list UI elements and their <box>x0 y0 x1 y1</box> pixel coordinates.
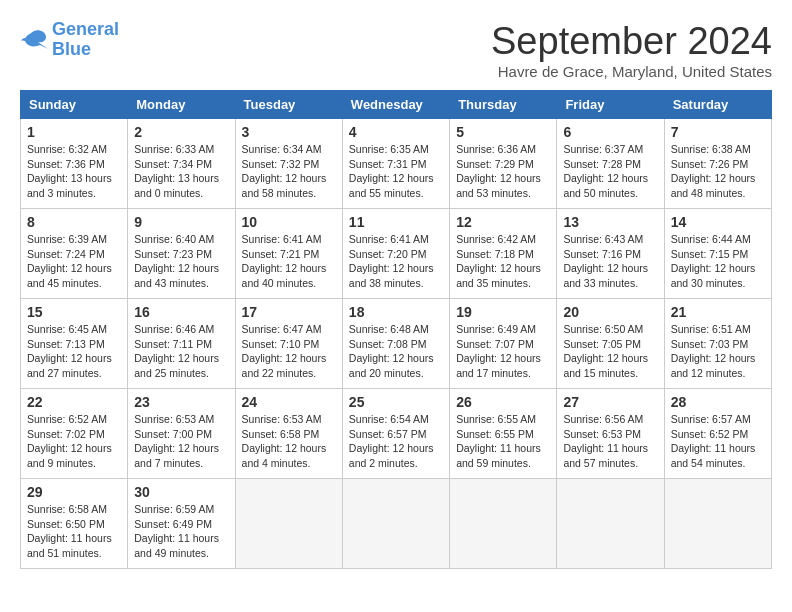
day-info: Sunrise: 6:50 AMSunset: 7:05 PMDaylight:… <box>563 322 657 381</box>
day-number: 8 <box>27 214 121 230</box>
table-row: 17Sunrise: 6:47 AMSunset: 7:10 PMDayligh… <box>235 299 342 389</box>
table-row: 18Sunrise: 6:48 AMSunset: 7:08 PMDayligh… <box>342 299 449 389</box>
day-info: Sunrise: 6:44 AMSunset: 7:15 PMDaylight:… <box>671 232 765 291</box>
day-info: Sunrise: 6:38 AMSunset: 7:26 PMDaylight:… <box>671 142 765 201</box>
day-number: 9 <box>134 214 228 230</box>
day-info: Sunrise: 6:55 AMSunset: 6:55 PMDaylight:… <box>456 412 550 471</box>
table-row: 1Sunrise: 6:32 AMSunset: 7:36 PMDaylight… <box>21 119 128 209</box>
day-number: 17 <box>242 304 336 320</box>
logo: General Blue <box>20 20 119 60</box>
day-info: Sunrise: 6:41 AMSunset: 7:21 PMDaylight:… <box>242 232 336 291</box>
day-number: 15 <box>27 304 121 320</box>
table-row: 13Sunrise: 6:43 AMSunset: 7:16 PMDayligh… <box>557 209 664 299</box>
table-row: 20Sunrise: 6:50 AMSunset: 7:05 PMDayligh… <box>557 299 664 389</box>
table-row: 15Sunrise: 6:45 AMSunset: 7:13 PMDayligh… <box>21 299 128 389</box>
table-row: 2Sunrise: 6:33 AMSunset: 7:34 PMDaylight… <box>128 119 235 209</box>
month-title: September 2024 <box>491 20 772 63</box>
logo-icon <box>20 29 48 51</box>
header-monday: Monday <box>128 91 235 119</box>
table-row: 4Sunrise: 6:35 AMSunset: 7:31 PMDaylight… <box>342 119 449 209</box>
header-tuesday: Tuesday <box>235 91 342 119</box>
table-row: 27Sunrise: 6:56 AMSunset: 6:53 PMDayligh… <box>557 389 664 479</box>
day-number: 13 <box>563 214 657 230</box>
calendar-week-3: 15Sunrise: 6:45 AMSunset: 7:13 PMDayligh… <box>21 299 772 389</box>
day-info: Sunrise: 6:49 AMSunset: 7:07 PMDaylight:… <box>456 322 550 381</box>
table-row: 16Sunrise: 6:46 AMSunset: 7:11 PMDayligh… <box>128 299 235 389</box>
day-info: Sunrise: 6:47 AMSunset: 7:10 PMDaylight:… <box>242 322 336 381</box>
day-info: Sunrise: 6:54 AMSunset: 6:57 PMDaylight:… <box>349 412 443 471</box>
day-number: 23 <box>134 394 228 410</box>
header-wednesday: Wednesday <box>342 91 449 119</box>
day-info: Sunrise: 6:48 AMSunset: 7:08 PMDaylight:… <box>349 322 443 381</box>
day-number: 7 <box>671 124 765 140</box>
day-info: Sunrise: 6:42 AMSunset: 7:18 PMDaylight:… <box>456 232 550 291</box>
table-row: 8Sunrise: 6:39 AMSunset: 7:24 PMDaylight… <box>21 209 128 299</box>
calendar-header-row: Sunday Monday Tuesday Wednesday Thursday… <box>21 91 772 119</box>
day-info: Sunrise: 6:52 AMSunset: 7:02 PMDaylight:… <box>27 412 121 471</box>
header-sunday: Sunday <box>21 91 128 119</box>
table-row <box>235 479 342 569</box>
logo-text: General Blue <box>52 20 119 60</box>
table-row <box>557 479 664 569</box>
table-row <box>450 479 557 569</box>
day-info: Sunrise: 6:59 AMSunset: 6:49 PMDaylight:… <box>134 502 228 561</box>
day-info: Sunrise: 6:58 AMSunset: 6:50 PMDaylight:… <box>27 502 121 561</box>
logo-line2: Blue <box>52 39 91 59</box>
day-number: 29 <box>27 484 121 500</box>
day-number: 3 <box>242 124 336 140</box>
day-info: Sunrise: 6:53 AMSunset: 6:58 PMDaylight:… <box>242 412 336 471</box>
day-info: Sunrise: 6:37 AMSunset: 7:28 PMDaylight:… <box>563 142 657 201</box>
day-number: 2 <box>134 124 228 140</box>
day-info: Sunrise: 6:40 AMSunset: 7:23 PMDaylight:… <box>134 232 228 291</box>
day-number: 30 <box>134 484 228 500</box>
day-number: 14 <box>671 214 765 230</box>
table-row: 3Sunrise: 6:34 AMSunset: 7:32 PMDaylight… <box>235 119 342 209</box>
table-row <box>342 479 449 569</box>
logo-line1: General <box>52 19 119 39</box>
table-row: 12Sunrise: 6:42 AMSunset: 7:18 PMDayligh… <box>450 209 557 299</box>
day-number: 12 <box>456 214 550 230</box>
day-info: Sunrise: 6:57 AMSunset: 6:52 PMDaylight:… <box>671 412 765 471</box>
day-number: 25 <box>349 394 443 410</box>
day-info: Sunrise: 6:36 AMSunset: 7:29 PMDaylight:… <box>456 142 550 201</box>
day-number: 10 <box>242 214 336 230</box>
calendar-week-4: 22Sunrise: 6:52 AMSunset: 7:02 PMDayligh… <box>21 389 772 479</box>
day-number: 6 <box>563 124 657 140</box>
calendar-week-2: 8Sunrise: 6:39 AMSunset: 7:24 PMDaylight… <box>21 209 772 299</box>
day-number: 1 <box>27 124 121 140</box>
day-info: Sunrise: 6:56 AMSunset: 6:53 PMDaylight:… <box>563 412 657 471</box>
day-number: 20 <box>563 304 657 320</box>
table-row: 14Sunrise: 6:44 AMSunset: 7:15 PMDayligh… <box>664 209 771 299</box>
day-info: Sunrise: 6:46 AMSunset: 7:11 PMDaylight:… <box>134 322 228 381</box>
day-number: 27 <box>563 394 657 410</box>
day-number: 28 <box>671 394 765 410</box>
table-row: 23Sunrise: 6:53 AMSunset: 7:00 PMDayligh… <box>128 389 235 479</box>
table-row: 30Sunrise: 6:59 AMSunset: 6:49 PMDayligh… <box>128 479 235 569</box>
day-info: Sunrise: 6:34 AMSunset: 7:32 PMDaylight:… <box>242 142 336 201</box>
calendar-week-5: 29Sunrise: 6:58 AMSunset: 6:50 PMDayligh… <box>21 479 772 569</box>
day-info: Sunrise: 6:41 AMSunset: 7:20 PMDaylight:… <box>349 232 443 291</box>
day-number: 18 <box>349 304 443 320</box>
day-info: Sunrise: 6:33 AMSunset: 7:34 PMDaylight:… <box>134 142 228 201</box>
table-row: 5Sunrise: 6:36 AMSunset: 7:29 PMDaylight… <box>450 119 557 209</box>
day-number: 21 <box>671 304 765 320</box>
table-row: 24Sunrise: 6:53 AMSunset: 6:58 PMDayligh… <box>235 389 342 479</box>
day-number: 22 <box>27 394 121 410</box>
table-row: 29Sunrise: 6:58 AMSunset: 6:50 PMDayligh… <box>21 479 128 569</box>
table-row: 6Sunrise: 6:37 AMSunset: 7:28 PMDaylight… <box>557 119 664 209</box>
day-number: 19 <box>456 304 550 320</box>
table-row: 28Sunrise: 6:57 AMSunset: 6:52 PMDayligh… <box>664 389 771 479</box>
day-info: Sunrise: 6:53 AMSunset: 7:00 PMDaylight:… <box>134 412 228 471</box>
calendar-week-1: 1Sunrise: 6:32 AMSunset: 7:36 PMDaylight… <box>21 119 772 209</box>
calendar-table: Sunday Monday Tuesday Wednesday Thursday… <box>20 90 772 569</box>
day-number: 11 <box>349 214 443 230</box>
page-header: General Blue September 2024 Havre de Gra… <box>20 20 772 80</box>
table-row: 25Sunrise: 6:54 AMSunset: 6:57 PMDayligh… <box>342 389 449 479</box>
day-info: Sunrise: 6:39 AMSunset: 7:24 PMDaylight:… <box>27 232 121 291</box>
day-number: 24 <box>242 394 336 410</box>
day-info: Sunrise: 6:51 AMSunset: 7:03 PMDaylight:… <box>671 322 765 381</box>
day-info: Sunrise: 6:32 AMSunset: 7:36 PMDaylight:… <box>27 142 121 201</box>
header-thursday: Thursday <box>450 91 557 119</box>
table-row: 22Sunrise: 6:52 AMSunset: 7:02 PMDayligh… <box>21 389 128 479</box>
title-section: September 2024 Havre de Grace, Maryland,… <box>491 20 772 80</box>
